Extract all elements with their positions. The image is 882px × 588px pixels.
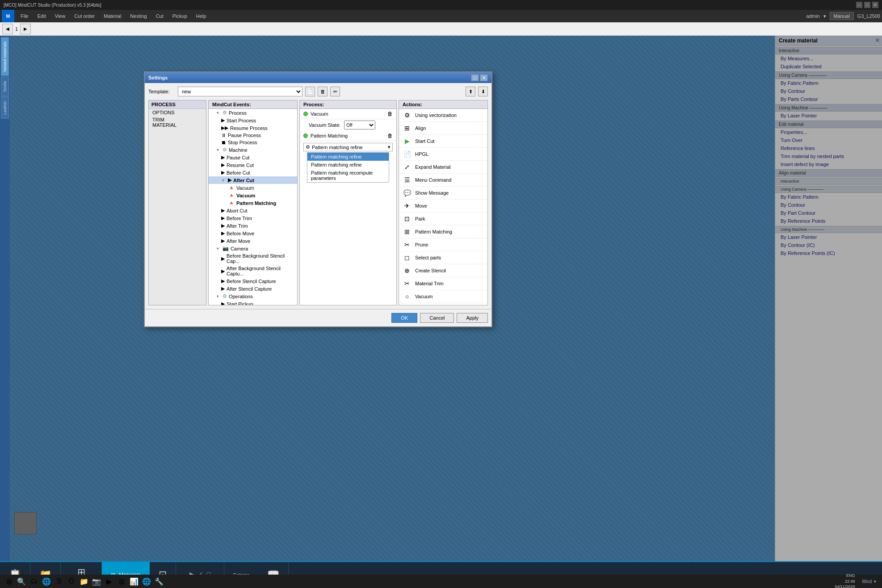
pm-led (303, 133, 308, 138)
mode-button[interactable]: Manual (830, 12, 854, 20)
tree-item-stop-process[interactable]: ⏹ Stop Process (209, 139, 297, 146)
tree-item-start-process[interactable]: ▶ Start Process (209, 117, 297, 124)
app-button-6[interactable]: 🔧 (154, 576, 164, 587)
tree-item-resume-process[interactable]: ▶▶ Resume Process (209, 124, 297, 132)
maximize-button[interactable]: □ (864, 2, 870, 8)
sidebar-tab-leather[interactable]: Leather (1, 97, 9, 119)
action-item-material-trim[interactable]: ✂ Material Trim (399, 277, 487, 290)
cancel-button[interactable]: Cancel (420, 313, 454, 323)
menu-material[interactable]: Material (99, 12, 126, 21)
sidebar-tab-textile[interactable]: Textile (1, 77, 9, 96)
action-item-show-message[interactable]: 💬 Show Message (399, 187, 487, 200)
menu-pickup[interactable]: Pickup (168, 12, 192, 21)
action-label-move: Move (415, 203, 427, 209)
vacuum-2-icon: 🔺 (228, 192, 235, 198)
tree-item-before-trim[interactable]: ▶ Before Trim (209, 214, 297, 222)
taskview-button[interactable]: 🗂 (29, 576, 39, 587)
ie-button[interactable]: 🌐 (41, 576, 52, 587)
dialog-maximize-button[interactable]: □ (471, 74, 479, 81)
start-button[interactable]: ⊞ (4, 576, 14, 587)
action-item-validation[interactable]: ✓ Validation (399, 303, 487, 305)
file-button[interactable]: 📁 (79, 576, 89, 587)
tree-item-resume-cut[interactable]: ▶ Resume Cut (209, 161, 297, 169)
tree-item-before-cut[interactable]: ▶ Before Cut (209, 169, 297, 176)
ok-button[interactable]: OK (391, 313, 417, 323)
template-new-button[interactable]: 📄 (305, 87, 315, 96)
vacuum-delete-button[interactable]: 🗑 (387, 111, 393, 117)
dialog-close-button[interactable]: ✕ (480, 74, 488, 81)
tree-item-process[interactable]: ▼ ⚙ Process (209, 109, 297, 117)
tree-item-before-move[interactable]: ▶ Before Move (209, 229, 297, 237)
pm-dropdown-arrow[interactable]: ▾ (388, 144, 391, 150)
app-button-2[interactable]: ▶ (104, 576, 114, 587)
minimize-button[interactable]: ─ (856, 2, 862, 8)
app-button-1[interactable]: 📷 (91, 576, 102, 587)
action-item-align[interactable]: ⊞ Align (399, 122, 487, 135)
menu-view[interactable]: View (50, 12, 70, 21)
pm-option-recompute[interactable]: Pattern matching recompute parameters (307, 169, 389, 182)
tree-item-pause-process[interactable]: ⏸ Pause Process (209, 132, 297, 139)
action-item-hpgl[interactable]: 📄 HPGL (399, 148, 487, 161)
tree-item-operations[interactable]: ▼ ⚙ Operations (209, 292, 297, 300)
office-button[interactable]: O (66, 576, 77, 587)
tree-item-before-stencil[interactable]: ▶ Before Stencil Capture (209, 277, 297, 285)
menu-cut-order[interactable]: Cut order (70, 12, 99, 21)
action-item-select-parts[interactable]: ◻ Select parts (399, 251, 487, 264)
tree-item-after-trim[interactable]: ▶ After Trim (209, 222, 297, 229)
tree-item-camera[interactable]: ▼ 📷 Camera (209, 245, 297, 252)
search-button[interactable]: 🔍 (16, 576, 27, 587)
close-button[interactable]: ✕ (872, 2, 878, 8)
vacuum-state-select[interactable]: Off On (344, 121, 375, 129)
tree-item-pause-cut[interactable]: ▶ Pause Cut (209, 154, 297, 161)
apply-button[interactable]: Apply (457, 313, 488, 323)
action-item-move[interactable]: ✈ Move (399, 200, 487, 213)
menu-edit[interactable]: Edit (33, 12, 50, 21)
resume-cut-icon: ▶ (221, 162, 225, 168)
menu-file[interactable]: File (16, 12, 33, 21)
template-delete-button[interactable]: 🗑 (318, 87, 328, 96)
tree-item-after-bg-stencil[interactable]: ▶ After Background Stencil Captu... (209, 265, 297, 277)
nav-item-trim[interactable]: TRIMMATERIAL (149, 116, 206, 129)
tree-item-vacuum-2[interactable]: 🔺 Vacuum (209, 192, 297, 199)
tree-item-machine[interactable]: ▼ ⚙ Machine (209, 146, 297, 154)
app-button-4[interactable]: 📊 (129, 576, 139, 587)
pm-delete-button[interactable]: 🗑 (387, 133, 393, 139)
action-item-start-cut[interactable]: ▶ Start Cut (399, 135, 487, 148)
pause-process-icon: ⏸ (221, 133, 226, 138)
template-edit-button[interactable]: ✏ (330, 87, 340, 96)
spinbox-up-button[interactable]: ▶ (20, 24, 31, 34)
template-import-button[interactable]: ⬆ (466, 87, 475, 96)
pm-option-refine-2[interactable]: Pattern matching refine (307, 161, 389, 169)
menu-help[interactable]: Help (192, 12, 211, 21)
tree-item-pattern-matching[interactable]: 🔺 Pattern Matching (209, 199, 297, 207)
validation-icon: ✓ (403, 305, 412, 305)
tree-item-before-bg-stencil[interactable]: ▶ Before Background Stencil Cap... (209, 252, 297, 265)
app-button-5[interactable]: 🌐 (141, 576, 152, 587)
nav-section-process[interactable]: PROCESS (149, 100, 206, 109)
action-item-park[interactable]: ⊡ Park (399, 213, 487, 225)
action-item-vacuum[interactable]: ○ Vacuum (399, 290, 487, 303)
sidebar-tab-nested-materials[interactable]: Nested Materials (1, 38, 9, 76)
pm-option-refine-1[interactable]: Pattern matching refine (307, 153, 389, 161)
menu-nesting[interactable]: Nesting (126, 12, 151, 21)
tree-item-after-stencil[interactable]: ▶ After Stencil Capture (209, 285, 297, 292)
template-export-button[interactable]: ⬇ (478, 87, 488, 96)
action-item-prune[interactable]: ✂ Prune (399, 238, 487, 251)
action-item-expand-material[interactable]: ⤢ Expand Material (399, 161, 487, 174)
spinbox-down-button[interactable]: ◀ (2, 24, 13, 34)
app-button-3[interactable]: ⊞ (116, 576, 127, 587)
template-select[interactable]: new (178, 87, 302, 96)
action-item-create-stencil[interactable]: ⊕ Create Stencil (399, 264, 487, 277)
menu-cut[interactable]: Cut (151, 12, 168, 21)
action-label-material-trim: Material Trim (415, 281, 444, 286)
tree-item-after-move[interactable]: ▶ After Move (209, 237, 297, 245)
action-item-pattern-matching[interactable]: ⊞ Pattern Matching (399, 225, 487, 238)
skype-button[interactable]: S (54, 576, 64, 587)
tree-item-after-cut[interactable]: ▼ ▶ After Cut (209, 176, 297, 184)
nav-item-options[interactable]: OPTIONS (149, 109, 206, 116)
action-item-menu-command[interactable]: ☰ Menu Command (399, 174, 487, 187)
tree-item-abort-cut[interactable]: ▶ Abort Cut (209, 207, 297, 214)
tree-item-vacuum-1[interactable]: 🔺 Vacuum (209, 184, 297, 192)
tree-item-start-pickup[interactable]: ▶ Start Pickup (209, 300, 297, 305)
action-item-using-vectorization[interactable]: ⚙ Using vectorization (399, 109, 487, 122)
